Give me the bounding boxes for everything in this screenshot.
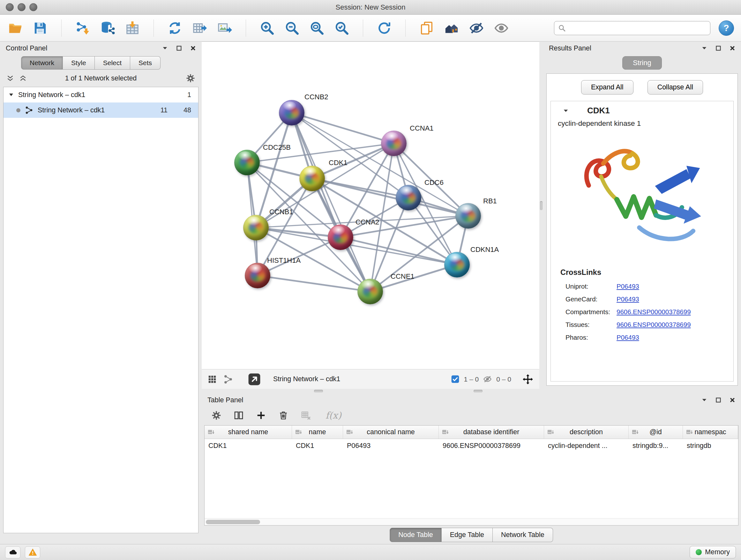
crosslink-link[interactable]: P06493 <box>616 283 639 290</box>
splitter-handle[interactable] <box>540 201 542 210</box>
node-CCNB1[interactable] <box>243 215 269 240</box>
minimize-window-button[interactable] <box>17 3 25 11</box>
home-button[interactable] <box>443 19 460 37</box>
export-table-button[interactable] <box>192 19 208 37</box>
node-HIST1H1A[interactable] <box>245 263 270 288</box>
column-header-namespac[interactable]: namespac <box>683 426 738 439</box>
delete-column-icon[interactable] <box>278 410 288 421</box>
panel-menu-chevron-icon[interactable] <box>162 45 168 51</box>
node-CDK1[interactable] <box>299 166 325 191</box>
maximize-window-button[interactable] <box>29 3 37 11</box>
help-button[interactable]: ? <box>719 20 734 36</box>
table-settings-gear-icon[interactable] <box>211 410 221 421</box>
panel-menu-chevron-icon[interactable] <box>701 45 707 51</box>
node-CDC6[interactable] <box>396 185 421 210</box>
network-nodes: CCNB2CCNA1CDC25BCDK1CDC6RB1CCNB1CCNA2CDK… <box>202 42 539 369</box>
horizontal-splitter[interactable] <box>202 389 741 393</box>
table-horizontal-scrollbar[interactable] <box>205 518 738 525</box>
network-label: String Network – cdk1 <box>38 106 105 114</box>
collection-expander-icon[interactable] <box>9 92 14 98</box>
node-CCNA1[interactable] <box>381 131 407 156</box>
selected-checkbox-icon[interactable] <box>451 375 460 383</box>
node-CCNA2[interactable] <box>328 225 353 250</box>
toolbar-separator <box>61 19 62 37</box>
grid-view-icon[interactable] <box>207 374 217 384</box>
vertical-splitter[interactable] <box>539 42 543 389</box>
column-header-description[interactable]: description <box>544 426 629 439</box>
column-header-name[interactable]: name <box>292 426 343 439</box>
tab-node-table[interactable]: Node Table <box>390 528 441 542</box>
column-header-database-identifier[interactable]: database identifier <box>439 426 544 439</box>
network-collection-row[interactable]: String Network – cdk1 1 <box>3 87 198 103</box>
pan-mode-icon[interactable] <box>522 374 534 385</box>
crosslink-link[interactable]: P06493 <box>616 295 639 303</box>
import-network-from-database-button[interactable] <box>99 19 116 37</box>
tab-style[interactable]: Style <box>63 56 95 70</box>
zoom-in-button[interactable] <box>259 19 275 37</box>
zoom-fit-button[interactable] <box>309 19 325 37</box>
column-header-id[interactable]: @id <box>629 426 683 439</box>
memory-button[interactable]: Memory <box>690 546 736 558</box>
collapse-tree-icon[interactable] <box>6 74 14 82</box>
column-header-canonical-name[interactable]: canonical name <box>343 426 439 439</box>
splitter-handle[interactable] <box>314 390 323 392</box>
node-CCNB2[interactable] <box>279 100 305 125</box>
table-row[interactable]: CDK1CDK1P064939606.ENSP00000378699cyclin… <box>205 439 738 452</box>
export-image-button[interactable] <box>216 19 233 37</box>
protein-expander-icon[interactable] <box>563 108 569 114</box>
tab-network-table[interactable]: Network Table <box>493 528 553 542</box>
cloud-status-button[interactable] <box>5 546 20 558</box>
network-row[interactable]: String Network – cdk1 11 48 <box>3 103 198 118</box>
open-session-button[interactable] <box>7 19 23 37</box>
tab-network[interactable]: Network <box>21 56 63 70</box>
crosslink-link[interactable]: 9606.ENSP00000378699 <box>616 308 691 316</box>
panel-float-icon[interactable] <box>716 45 721 51</box>
warnings-button[interactable] <box>25 546 40 558</box>
node-CDC25B[interactable] <box>234 150 260 175</box>
import-network-from-file-button[interactable] <box>74 19 91 37</box>
search-input[interactable] <box>569 24 706 32</box>
expand-tree-icon[interactable] <box>19 74 27 82</box>
zoom-out-button[interactable] <box>284 19 300 37</box>
column-header-shared-name[interactable]: shared name <box>205 426 292 439</box>
node-CDKN1A[interactable] <box>444 252 470 277</box>
network-view[interactable]: CCNB2CCNA1CDC25BCDK1CDC6RB1CCNB1CCNA2CDK… <box>202 42 539 389</box>
panel-menu-chevron-icon[interactable] <box>701 397 707 403</box>
hidden-eye-icon[interactable] <box>483 375 492 383</box>
string-tab[interactable]: String <box>622 56 662 70</box>
new-network-from-selection-button[interactable] <box>166 19 183 37</box>
panel-float-icon[interactable] <box>716 397 721 403</box>
show-columns-icon[interactable] <box>233 410 244 421</box>
node-CCNE1[interactable] <box>357 279 383 304</box>
add-column-icon[interactable] <box>256 410 266 421</box>
tab-select[interactable]: Select <box>95 56 130 70</box>
toolbar-separator <box>153 19 154 37</box>
tab-edge-table[interactable]: Edge Table <box>442 528 493 542</box>
clone-network-button[interactable] <box>418 19 435 37</box>
hide-panels-button[interactable] <box>468 19 485 37</box>
import-table-from-file-button[interactable] <box>124 19 141 37</box>
panel-close-icon[interactable] <box>730 397 735 403</box>
expand-all-button[interactable]: Expand All <box>581 80 633 95</box>
close-window-button[interactable] <box>6 3 14 11</box>
crosslink-link[interactable]: P06493 <box>616 334 639 341</box>
collapse-all-button[interactable]: Collapse All <box>648 80 703 95</box>
refresh-network-button[interactable] <box>376 19 393 37</box>
tab-sets[interactable]: Sets <box>130 56 160 70</box>
splitter-handle[interactable] <box>474 390 482 392</box>
node-RB1[interactable] <box>455 203 481 229</box>
network-overview-icon[interactable] <box>223 374 233 384</box>
scrollbar-thumb[interactable] <box>206 520 260 524</box>
save-session-button[interactable] <box>32 19 49 37</box>
crosslink-link[interactable]: 9606.ENSP00000378699 <box>616 321 691 328</box>
panel-close-icon[interactable] <box>190 45 196 51</box>
crosslink-row: GeneCard:P06493 <box>551 293 733 306</box>
panel-float-icon[interactable] <box>176 45 182 51</box>
panel-close-icon[interactable] <box>730 45 735 51</box>
network-options-gear-icon[interactable] <box>186 73 195 83</box>
open-in-window-button[interactable] <box>248 373 261 386</box>
node-label-CDC6: CDC6 <box>424 179 444 187</box>
search-box[interactable] <box>554 21 711 35</box>
zoom-selected-button[interactable] <box>333 19 350 37</box>
show-panels-button[interactable] <box>493 19 510 37</box>
